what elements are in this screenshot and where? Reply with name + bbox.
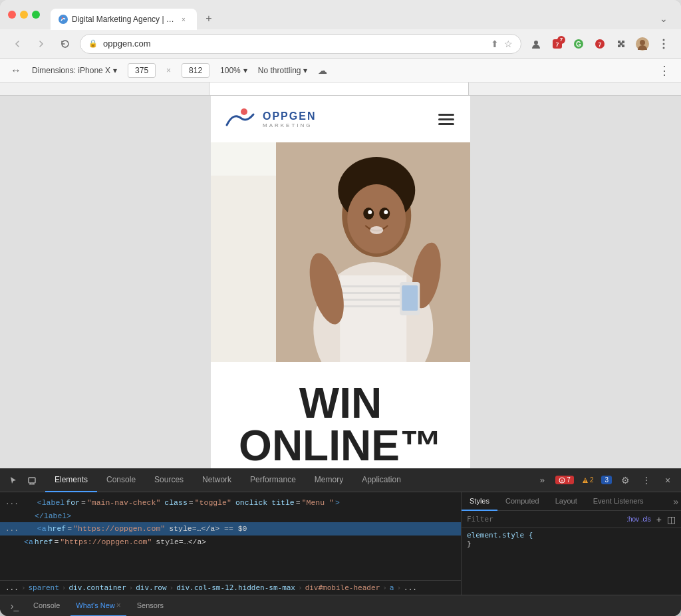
svg-rect-17 [340, 285, 406, 287]
svg-point-9 [640, 40, 645, 45]
share-icon[interactable]: ⬆ [491, 39, 499, 49]
styles-panel: Styles Computed Layout Event Listeners [462, 492, 681, 595]
site-header: OPPGEN MARKETING [211, 96, 470, 142]
zoom-label: 100% [220, 66, 241, 75]
code-line-2: </label> [0, 510, 461, 523]
elements-panel: ... <label for="main-nav-check" class="t… [0, 492, 462, 595]
extension-1[interactable]: 7 7 [548, 35, 567, 53]
style-rule-brace-close: } [467, 539, 676, 548]
devtools-body: ... <label for="main-nav-check" class="t… [0, 492, 681, 595]
tab-close-button[interactable]: × [178, 14, 189, 25]
devtools-close-button[interactable]: × [660, 472, 676, 488]
svg-rect-18 [340, 292, 406, 294]
hamburger-line-2 [438, 118, 454, 120]
avatar-extension[interactable] [633, 35, 652, 53]
zoom-selector[interactable]: 100% ▾ [220, 66, 247, 75]
device-selector[interactable]: Dimensions: iPhone X ▾ [32, 66, 117, 75]
bottom-tab-sensors[interactable]: Sensors [132, 595, 169, 617]
maximize-button[interactable] [32, 11, 40, 19]
new-tab-button[interactable]: + [200, 9, 218, 28]
logo-marketing-text: MARKETING [263, 122, 316, 128]
styles-filter-input[interactable] [467, 515, 621, 524]
more-tabs-button[interactable]: » [534, 472, 550, 488]
hero-person-image [276, 142, 471, 362]
forward-button[interactable] [32, 35, 51, 53]
tab-performance-label: Performance [250, 475, 296, 484]
bottom-tab-whats-new[interactable]: What's New × [70, 595, 126, 617]
svg-rect-16 [340, 275, 406, 362]
refresh-button[interactable] [56, 35, 74, 53]
svg-text:!: ! [585, 478, 586, 483]
tab-performance[interactable]: Performance [241, 468, 305, 492]
tab-memory[interactable]: Memory [305, 468, 352, 492]
url-text: oppgen.com [103, 39, 485, 49]
devtools-breadcrumb: ... › sparent › div.container › div.row … [0, 580, 461, 595]
tab-console[interactable]: Console [97, 468, 145, 492]
tab-sources-label: Sources [154, 475, 184, 484]
styles-tab-more[interactable]: » [670, 492, 681, 510]
extensions-bar: 7 7 G 7 [527, 35, 673, 53]
zoom-dropdown-icon: ▾ [243, 66, 247, 75]
device-label: Dimensions: iPhone X [32, 66, 110, 75]
minimize-button[interactable] [20, 11, 28, 19]
svg-point-32 [370, 226, 383, 234]
styles-tab-styles[interactable]: Styles [462, 492, 497, 511]
tab-application[interactable]: Application [352, 468, 410, 492]
throttle-selector[interactable]: No throttling ▾ [258, 66, 308, 75]
tab-elements-label: Elements [55, 475, 88, 484]
tab-favicon [59, 15, 68, 24]
code-line-4: <a href="https://oppgen.com" style=…</a> [0, 536, 461, 549]
tab-expand-button[interactable]: ⌄ [654, 9, 673, 28]
devtools-settings-button[interactable]: ⚙ [617, 472, 633, 488]
info-badge: 3 [601, 476, 612, 484]
profile-extension[interactable] [527, 35, 545, 53]
sensor-icon[interactable]: ☁ [318, 65, 327, 76]
site-logo: OPPGEN MARKETING [224, 106, 316, 132]
styles-tab-event-listeners[interactable]: Event Listeners [585, 492, 652, 511]
extension-3[interactable]: 7 [591, 35, 609, 53]
bottom-tab-console[interactable]: Console [28, 595, 65, 617]
svg-rect-19 [340, 299, 406, 301]
throttle-dropdown-icon: ▾ [303, 66, 307, 75]
devtools-more-button[interactable]: ⋮ [638, 472, 654, 488]
close-button[interactable] [8, 11, 16, 19]
rotate-icon[interactable]: ↔ [11, 65, 21, 77]
bookmark-icon[interactable]: ☆ [504, 39, 513, 49]
tab-network[interactable]: Network [193, 468, 241, 492]
styles-tab-computed[interactable]: Computed [497, 492, 547, 511]
active-tab[interactable]: Digital Marketing Agency | PPC... × [51, 9, 197, 30]
ruler-center [209, 82, 469, 95]
height-input[interactable] [182, 63, 209, 78]
extension-badge: 7 [557, 36, 565, 44]
title-bar: Digital Marketing Agency | PPC... × + ⌄ [0, 0, 681, 29]
code-line-3[interactable]: ... <a href="https://oppgen.com" style=…… [0, 522, 461, 536]
back-button[interactable] [8, 35, 27, 53]
svg-point-1 [534, 41, 538, 45]
width-input[interactable] [128, 63, 156, 78]
device-toggle-icon[interactable] [24, 472, 40, 488]
devtools-tab-more: » × 7 ! 2 3 ⚙ ⋮ × [529, 472, 681, 488]
elements-code: ... <label for="main-nav-check" class="t… [0, 492, 461, 580]
tab-elements[interactable]: Elements [45, 468, 97, 492]
puzzle-extension[interactable] [612, 35, 630, 53]
hamburger-menu[interactable] [436, 111, 457, 128]
svg-rect-33 [29, 478, 35, 483]
filter-add-button[interactable]: + [656, 514, 662, 525]
filter-expand-button[interactable]: ◫ [667, 514, 676, 525]
whats-new-close-button[interactable]: × [116, 601, 121, 610]
toolbar-more-button[interactable]: ⋮ [658, 63, 670, 78]
extension-2[interactable]: G [569, 35, 588, 53]
tab-sources[interactable]: Sources [145, 468, 193, 492]
filter-state-button[interactable]: :hov .cls [626, 516, 651, 523]
styles-tab-layout[interactable]: Layout [547, 492, 585, 511]
tab-bar: Digital Marketing Agency | PPC... × + ⌄ [51, 0, 673, 29]
address-bar[interactable]: 🔒 oppgen.com ⬆ ☆ [80, 34, 521, 54]
hero-headline-win: WIN [224, 382, 457, 424]
console-prompt-icon[interactable]: ›_ [7, 598, 23, 614]
chrome-menu-button[interactable] [654, 35, 673, 53]
tab-memory-label: Memory [315, 475, 343, 484]
error-badge: × 7 [555, 476, 574, 484]
cursor-tool-icon[interactable] [5, 472, 21, 488]
logo-text: OPPGEN MARKETING [263, 110, 316, 128]
code-line-1: ... <label for="main-nav-check" class="t… [0, 496, 461, 510]
